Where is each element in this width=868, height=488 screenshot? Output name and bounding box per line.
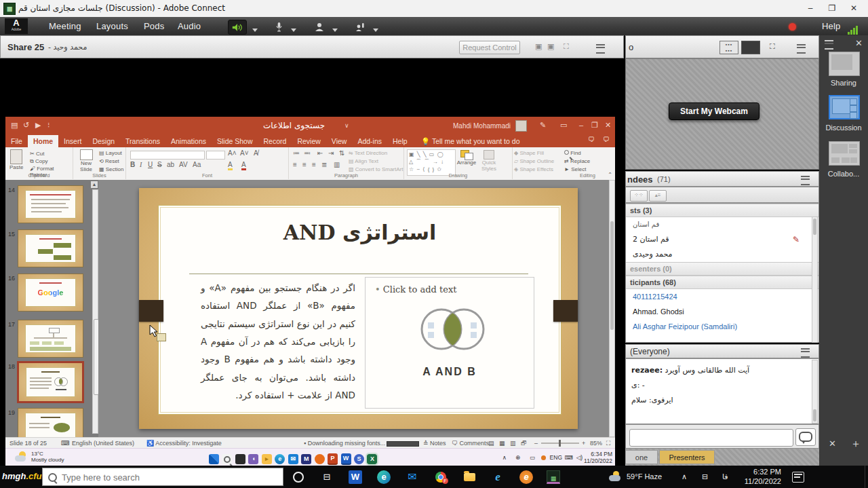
font-color-icon[interactable]: A (241, 161, 246, 170)
taskbar-mail-icon[interactable]: ✉ (406, 470, 419, 484)
speaker-button[interactable] (228, 20, 247, 35)
layout-collaboration-label[interactable]: Collabo... (819, 170, 868, 178)
notes-button[interactable]: ≙ Notes (423, 440, 446, 447)
attendee-row-host3[interactable]: محمد وحیدی (626, 247, 818, 262)
tab-insert[interactable]: Insert (58, 135, 87, 148)
menu-audio[interactable]: Audio (178, 21, 201, 31)
shrink-font-icon[interactable]: A˅ (240, 149, 249, 157)
video-pod-menu-icon[interactable] (797, 44, 806, 56)
microphone-dropdown[interactable] (285, 23, 299, 37)
language-status[interactable]: English (United States) (72, 440, 134, 447)
minimize-button[interactable]: – (800, 2, 821, 15)
text-direction-button[interactable]: ⇋ Text Direction (349, 150, 387, 156)
taskbar-word-icon[interactable]: W (349, 470, 362, 484)
dock-close-icon[interactable]: ✕ (855, 38, 863, 48)
ppt-close-icon[interactable]: ✕ (605, 121, 611, 130)
taskbar-chrome-icon[interactable]: F (434, 470, 448, 484)
arrange-button[interactable]: Arrange (456, 150, 477, 166)
slide-body-text[interactable]: اگر در هنگام جستجو بین مفهوم «A» و مفهوم… (201, 279, 355, 408)
slide-thumbnail-14[interactable] (18, 185, 83, 223)
paste-button[interactable]: Paste (9, 149, 23, 170)
attendees-status-view-icon[interactable]: ▴≡ (649, 190, 667, 202)
layout-collaboration-thumb[interactable] (829, 141, 860, 166)
underline-icon[interactable]: U (148, 161, 153, 168)
language-indicator[interactable]: فا (722, 472, 728, 481)
chat-input[interactable] (629, 429, 793, 447)
participant-row-2[interactable]: Ahmad. Ghodsi (626, 304, 818, 319)
webcam-button[interactable] (312, 20, 327, 34)
tell-me-box[interactable]: 💡 Tell me what you want to do (416, 135, 525, 148)
font-size-box[interactable] (206, 151, 225, 159)
thumb-scroll-up-icon[interactable]: ▲ (91, 181, 98, 188)
shape-outline-button[interactable]: ▱ Shape Outline (514, 158, 554, 164)
excel-icon[interactable]: X (367, 454, 377, 464)
task-view-icon[interactable]: ⊟ (320, 470, 334, 484)
dock-menu-icon[interactable] (825, 40, 833, 52)
tab-addins[interactable]: Add-ins (352, 135, 387, 148)
view-reading-icon[interactable]: ▥ (510, 440, 516, 447)
participant-row-1[interactable]: 40111215424 (626, 289, 818, 304)
shape-fill-button[interactable]: ◆ Shape Fill (514, 150, 544, 156)
slide-thumbnail-19[interactable] (18, 408, 83, 437)
attendee-row-host1[interactable]: قم استان (626, 217, 818, 232)
align-right-icon[interactable]: ≡ (312, 161, 316, 168)
ppt-comments-icon[interactable]: 🗩 (603, 136, 610, 143)
layout-sharing-label[interactable]: Sharing (819, 79, 868, 87)
touch-keyboard-icon[interactable]: ⊟ (702, 472, 708, 481)
ppt-share-icon[interactable]: 🗨 (588, 136, 595, 143)
orange-e-app-icon[interactable]: e (519, 470, 533, 484)
tab-transitions[interactable]: Transitions (120, 135, 165, 148)
video-filmstrip-view-icon[interactable] (741, 41, 760, 54)
attendees-view-icon[interactable]: ⁘⁘ (630, 190, 648, 202)
video-fullscreen-icon[interactable]: ⛶ (770, 42, 774, 51)
edge-icon[interactable]: e (275, 454, 285, 464)
search-icon[interactable] (222, 454, 232, 464)
find-button[interactable]: Find (564, 150, 581, 156)
taskbar-weather-icon[interactable] (609, 471, 623, 482)
tab-design[interactable]: Design (87, 135, 120, 148)
current-slide[interactable]: استراتژی AND اگر در هنگام جستجو بین مفهو… (139, 188, 578, 429)
hosts-section-header[interactable]: sts (3) (626, 204, 818, 217)
connection-signal-icon[interactable] (848, 22, 859, 35)
share-pod-menu-icon[interactable] (596, 44, 605, 56)
bullets-icon[interactable]: ≔ (293, 149, 300, 157)
video-grid-view-icon[interactable]: ▪▪▪▪▪▪ (719, 41, 738, 54)
zoom-level[interactable]: 85% (590, 440, 602, 447)
strikethrough-icon[interactable]: S (157, 161, 162, 168)
chat-send-button[interactable] (795, 428, 816, 446)
ppt-restore-icon[interactable]: ❐ (591, 121, 598, 130)
dock-delete-layout-icon[interactable]: ✕ (829, 438, 836, 449)
view-slideshow-icon[interactable]: 🗗 (521, 440, 527, 447)
action-center-icon[interactable] (792, 472, 804, 483)
close-button[interactable]: ✕ (844, 2, 864, 15)
show-desktop-button[interactable] (865, 466, 868, 488)
taskbar-weather-text[interactable]: 59°F Haze (627, 472, 662, 481)
align-left-icon[interactable]: ≡ (293, 161, 297, 168)
teams-icon[interactable]: M (301, 454, 311, 464)
new-slide-button[interactable]: New Slide (76, 149, 96, 172)
comments-button[interactable]: 🗨 Comments (452, 440, 489, 447)
slide-thumbnail-17[interactable] (18, 320, 83, 358)
presenters-section-header[interactable]: esenters (0) (626, 262, 818, 276)
menu-layouts[interactable]: Layouts (96, 21, 128, 31)
clear-format-icon[interactable]: A̸ (254, 149, 258, 157)
quick-styles-button[interactable]: Quick Styles (479, 150, 499, 172)
font-name-box[interactable] (130, 151, 205, 159)
tab-record[interactable]: Record (258, 135, 292, 148)
shared-volume-icon[interactable]: ◁) (576, 454, 583, 461)
fit-to-window-icon[interactable]: ⛶ (606, 440, 610, 447)
taskbar-file-explorer-icon[interactable] (462, 470, 476, 484)
increase-indent-icon[interactable]: ⇥ (328, 149, 334, 157)
slide-thumbnail-18-selected[interactable] (18, 362, 83, 402)
ppt-undo-icon[interactable]: ↺ (23, 121, 29, 130)
copy-button[interactable]: ⧉ Copy (30, 158, 48, 165)
replace-button[interactable]: ⇄ Replace (564, 158, 590, 164)
layout-discussion-label[interactable]: Discussion (819, 124, 868, 132)
tab-slideshow[interactable]: Slide Show (212, 135, 258, 148)
participant-row-3[interactable]: Ali Asghar Feizipour (Samdaliri) (626, 319, 818, 334)
taskbar-clock[interactable]: 6:32 PM 11/20/2022 (741, 468, 781, 487)
shared-clock[interactable]: 6:34 PM 11/20/2022 (584, 451, 612, 464)
chat-scrollbar[interactable] (812, 360, 818, 424)
zoom-out-icon[interactable]: – (534, 440, 538, 447)
attendees-scrollbar[interactable] (812, 217, 818, 343)
